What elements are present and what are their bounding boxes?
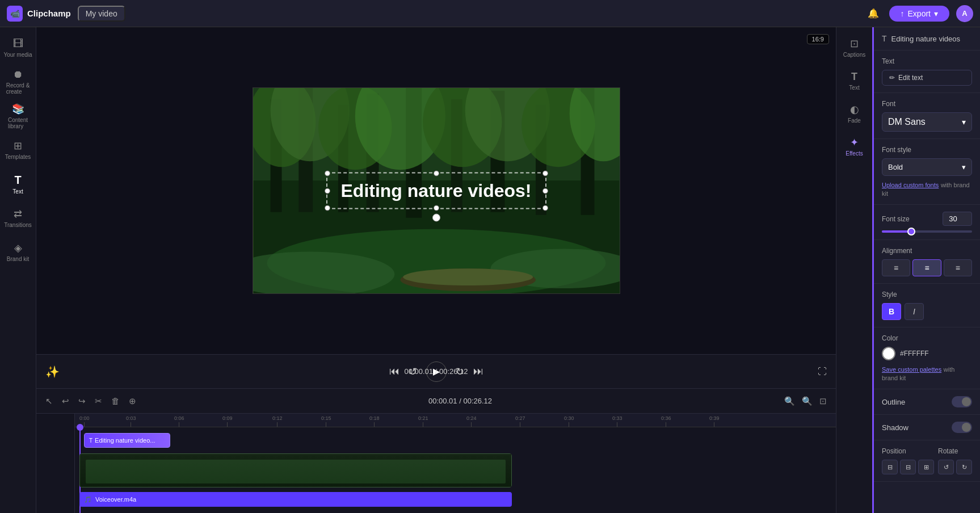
sidebar-item-record-create[interactable]: ⏺ Record &create bbox=[2, 66, 34, 98]
align-center-button[interactable]: ≡ bbox=[912, 259, 941, 276]
fade-panel-button[interactable]: ◐ Fade bbox=[839, 98, 870, 129]
slider-thumb[interactable] bbox=[907, 228, 915, 236]
position-label: Position bbox=[882, 447, 934, 455]
font-style-label: Font style bbox=[882, 146, 972, 154]
audio-track-row: 🎵 Voiceover.m4a bbox=[79, 491, 831, 511]
tl-current-time: 00:00.01 bbox=[428, 397, 457, 405]
resize-handle-tm[interactable] bbox=[434, 171, 439, 176]
video-text-overlay[interactable]: Editing nature videos! bbox=[326, 173, 546, 209]
shadow-toggle[interactable] bbox=[952, 422, 972, 433]
sidebar-item-transitions[interactable]: ⇄ Transitions bbox=[2, 202, 34, 234]
resize-handle-tl[interactable] bbox=[324, 171, 330, 176]
export-button[interactable]: ↑ Export ▾ bbox=[889, 6, 949, 22]
sidebar-item-your-media[interactable]: 🎞 Your media bbox=[2, 32, 34, 64]
color-value: #FFFFFF bbox=[900, 350, 929, 358]
captions-label: Captions bbox=[843, 52, 865, 58]
rotate-handle[interactable] bbox=[432, 214, 440, 222]
zoom-fit-button[interactable]: ⊡ bbox=[817, 394, 829, 409]
effects-panel-button[interactable]: ✦ Effects bbox=[839, 131, 870, 162]
bold-button[interactable]: B bbox=[882, 303, 901, 320]
font-selector[interactable]: DM Sans ▾ bbox=[882, 112, 972, 132]
left-sidebar: 🎞 Your media ⏺ Record &create 📚 Contentl… bbox=[0, 27, 36, 513]
ruler-tick-36: 0:36 bbox=[661, 415, 671, 427]
font-style-selector[interactable]: Bold ▾ bbox=[882, 158, 972, 176]
add-media-button[interactable]: ⊕ bbox=[127, 394, 138, 409]
panel-header: T Editing nature videos bbox=[874, 27, 980, 51]
undo-button[interactable]: ↩ bbox=[60, 394, 71, 409]
resize-handle-br[interactable] bbox=[542, 205, 548, 211]
ruler-tick-18: 0:18 bbox=[369, 415, 380, 427]
export-chevron-icon: ▾ bbox=[934, 9, 938, 18]
ruler-tick-39: 0:39 bbox=[709, 415, 720, 427]
magic-button[interactable]: ✨ bbox=[45, 365, 60, 379]
video-clip[interactable] bbox=[79, 453, 512, 487]
select-tool-button[interactable]: ↖ bbox=[43, 394, 55, 409]
export-label: Export bbox=[908, 9, 931, 18]
text-panel-button[interactable]: T Text bbox=[839, 65, 870, 96]
delete-button[interactable]: 🗑 bbox=[109, 394, 122, 408]
resize-handle-bl[interactable] bbox=[324, 205, 330, 211]
upload-fonts-link[interactable]: Upload custom fonts bbox=[882, 182, 939, 188]
color-swatch[interactable] bbox=[882, 347, 895, 360]
total-time: 00:26.12 bbox=[439, 367, 468, 376]
ruler-tick-3: 0:03 bbox=[126, 415, 136, 427]
text-clip[interactable]: T Editing nature video... bbox=[84, 433, 170, 448]
timeline-left-panel bbox=[36, 414, 75, 513]
record-label: Record &create bbox=[6, 82, 30, 95]
redo-button[interactable]: ↪ bbox=[76, 394, 88, 409]
content-library-label: Contentlibrary bbox=[8, 117, 28, 129]
timeline-tracks[interactable]: 0:00 0:03 0:06 0:09 bbox=[75, 414, 836, 513]
align-left-button[interactable]: ≡ bbox=[882, 259, 910, 276]
record-icon: ⏺ bbox=[13, 69, 23, 81]
templates-label: Templates bbox=[5, 154, 31, 160]
sidebar-item-brand-kit[interactable]: ◈ Brand kit bbox=[2, 236, 34, 268]
font-value: DM Sans bbox=[888, 117, 926, 127]
resize-handle-ml[interactable] bbox=[324, 188, 330, 194]
sidebar-item-templates[interactable]: ⊞ Templates bbox=[2, 134, 34, 166]
alignment-row: ≡ ≡ ≡ bbox=[882, 259, 972, 276]
avatar[interactable]: A bbox=[956, 5, 973, 22]
rotate-cw-button[interactable]: ↻ bbox=[956, 460, 972, 474]
text-panel-label: Text bbox=[849, 85, 859, 91]
zoom-out-button[interactable]: 🔍 bbox=[782, 394, 797, 409]
color-label: Color bbox=[882, 334, 972, 342]
resize-handle-tr[interactable] bbox=[542, 171, 548, 176]
rotate-inputs: ↺ ↻ bbox=[938, 460, 972, 474]
zoom-in-button[interactable]: 🔍 bbox=[800, 394, 815, 409]
export-arrow-icon: ↑ bbox=[901, 9, 905, 18]
resize-handle-mr[interactable] bbox=[542, 188, 548, 194]
playback-controls: ✨ ⏮ ↺ ▶ ↻ ⏭ 00:00.01 / 00:26.12 ⛶ bbox=[36, 354, 836, 388]
italic-button[interactable]: I bbox=[905, 303, 924, 320]
ruler-tick-27: 0:27 bbox=[515, 415, 525, 427]
resize-handle-bm[interactable] bbox=[434, 205, 439, 211]
edit-text-button[interactable]: ✏ Edit text bbox=[882, 70, 972, 86]
text-panel-icon: T bbox=[851, 71, 857, 83]
notifications-button[interactable]: 🔔 bbox=[864, 5, 882, 23]
save-palettes-link[interactable]: Save custom palettes bbox=[882, 366, 941, 373]
transitions-label: Transitions bbox=[4, 222, 32, 228]
cut-button[interactable]: ✂ bbox=[92, 394, 104, 409]
sidebar-item-content-library[interactable]: 📚 Contentlibrary bbox=[2, 100, 34, 132]
sidebar-item-text[interactable]: T Text bbox=[2, 168, 34, 200]
ruler-tick-33: 0:33 bbox=[612, 415, 623, 427]
align-right-button[interactable]: ≡ bbox=[944, 259, 972, 276]
time-display: 00:00.01 / 00:26.12 bbox=[404, 367, 468, 376]
style-section: Style B I bbox=[874, 284, 980, 327]
position-y-button[interactable]: ⊟ bbox=[900, 460, 916, 474]
font-size-input[interactable] bbox=[943, 212, 972, 226]
outline-label: Outline bbox=[882, 398, 905, 406]
fullscreen-button[interactable]: ⛶ bbox=[818, 367, 827, 377]
rotate-ccw-button[interactable]: ↺ bbox=[938, 460, 954, 474]
audio-clip-label: Voiceover.m4a bbox=[95, 496, 136, 503]
outline-toggle[interactable] bbox=[952, 396, 972, 407]
font-size-slider[interactable] bbox=[882, 230, 972, 233]
center-area: 16:9 bbox=[36, 27, 836, 513]
skip-end-button[interactable]: ⏭ bbox=[473, 365, 483, 377]
skip-start-button[interactable]: ⏮ bbox=[389, 365, 399, 377]
audio-clip[interactable]: 🎵 Voiceover.m4a bbox=[79, 492, 512, 507]
position-x-button[interactable]: ⊟ bbox=[882, 460, 898, 474]
video-title[interactable]: My video bbox=[78, 6, 125, 22]
ruler-tick-30: 0:30 bbox=[564, 415, 574, 427]
position-center-button[interactable]: ⊞ bbox=[918, 460, 934, 474]
captions-panel-button[interactable]: ⊡ Captions bbox=[839, 32, 870, 64]
